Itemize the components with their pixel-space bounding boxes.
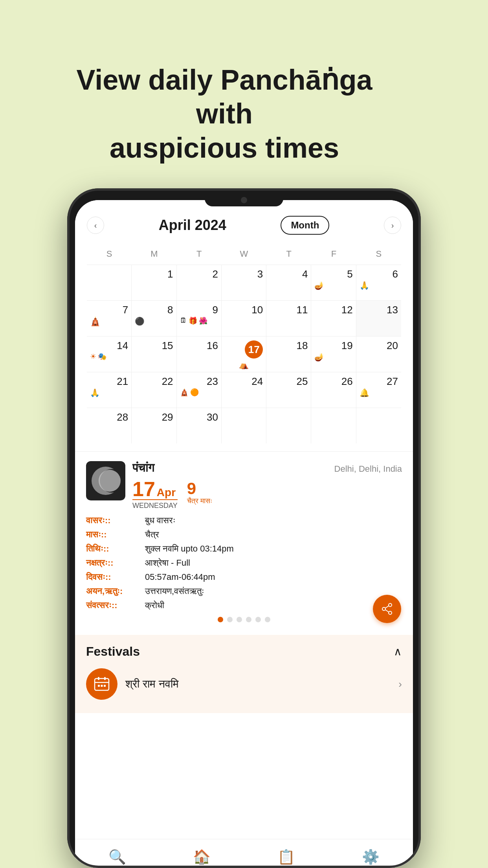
nav-settings[interactable]: ⚙️ — [354, 846, 387, 868]
day-cell-19[interactable]: 19🪔 — [311, 337, 356, 372]
panchang-val-5: उत्तरायण,वसंतऋतुः — [145, 586, 204, 596]
day-cell-30[interactable]: 30 — [177, 408, 222, 443]
day-cell-1[interactable]: 1 — [132, 265, 176, 300]
month-title: April 2024 — [159, 217, 226, 234]
day-cell-28[interactable]: 28 — [87, 408, 132, 443]
share-button[interactable] — [373, 595, 401, 623]
panchang-row-6: संवत्सरः:: क्रोधी — [86, 600, 402, 611]
day-cell-20[interactable]: 20 — [356, 337, 401, 372]
panchang-key-2: तिथिः:: — [86, 544, 141, 554]
nav-list[interactable]: 📋 — [270, 846, 303, 868]
panchang-date-block: 17 Apr WEDNESDAY — [132, 479, 178, 510]
day-cell-10[interactable]: 10 — [222, 301, 266, 336]
week-row-4: 21🙏 22 23🛕🟠 24 25 26 27🔔 — [87, 372, 401, 408]
day-cell-23[interactable]: 23🛕🟠 — [177, 372, 222, 408]
day-cell-3[interactable]: 3 — [222, 265, 266, 300]
month-toggle-button[interactable]: Month — [281, 216, 329, 235]
day17-icon1: ⛺ — [239, 360, 249, 370]
day14-icon2: 🎭 — [98, 352, 106, 361]
day-cell-empty5: 0 — [356, 408, 401, 443]
calendar-container: ‹ April 2024 Month › S M T W T F S — [75, 200, 413, 451]
panchang-row-4: दिवसः:: 05:57am-06:44pm — [86, 572, 402, 582]
day-cell-5[interactable]: 5🪔 — [311, 265, 356, 300]
festival-calendar-icon — [86, 668, 117, 700]
festivals-section: Festivals ∧ श्री राम नवमि › — [75, 635, 413, 713]
panchang-key-5: अयन,ऋतुः: — [86, 586, 141, 596]
day-cell-4[interactable]: 4 — [266, 265, 311, 300]
next-month-button[interactable]: › — [384, 217, 401, 234]
settings-icon: ⚙️ — [362, 849, 380, 865]
svg-point-4 — [389, 603, 392, 607]
day-cell-12[interactable]: 12 — [311, 301, 356, 336]
panchang-row-1: मासः:: चैत्र — [86, 530, 402, 540]
panchang-rows: वासरः:: बुध वासरः मासः:: चैत्र तिथिः:: श… — [86, 515, 402, 611]
phone-screen: ‹ April 2024 Month › S M T W T F S — [75, 200, 413, 868]
prev-month-button[interactable]: ‹ — [87, 217, 104, 234]
calendar-header: ‹ April 2024 Month › — [87, 216, 401, 235]
calendar-weeks: 0 1 2 3 4 5🪔 6🙏 7🛕 8⚫ 9🗓🎁🌺 10 — [87, 265, 401, 443]
festival-item-0[interactable]: श्री राम नवमि › — [86, 668, 402, 704]
camera — [241, 197, 247, 203]
panchang-date-number: 17 — [132, 479, 155, 499]
day-cell-25[interactable]: 25 — [266, 372, 311, 408]
panchang-val-2: शुक्ल नवमि upto 03:14pm — [145, 544, 234, 554]
day-cell-14[interactable]: 14☀🎭 — [87, 337, 132, 372]
panchang-row-2: तिथिः:: शुक्ल नवमि upto 03:14pm — [86, 544, 402, 554]
dots-indicator — [86, 617, 402, 625]
calendar-grid: S M T W T F S 0 1 2 3 4 5🪔 — [87, 246, 401, 443]
day-cell-2[interactable]: 2 — [177, 265, 222, 300]
phone-frame: ‹ April 2024 Month › S M T W T F S — [67, 188, 421, 868]
festival-name-0: श्री राम नवमि — [125, 678, 391, 691]
week-row-1: 0 1 2 3 4 5🪔 6🙏 — [87, 265, 401, 300]
day-cell-26[interactable]: 26 — [311, 372, 356, 408]
panchang-val-1: चैत्र — [145, 530, 159, 540]
panchang-row-0: वासरः:: बुध वासरः — [86, 515, 402, 526]
svg-rect-11 — [98, 677, 99, 680]
week-row-5: 28 29 30 0 0 0 0 — [87, 408, 401, 443]
day-cell-8[interactable]: 8⚫ — [132, 301, 176, 336]
day-cell-empty1[interactable]: 0 — [87, 265, 132, 300]
festivals-title: Festivals — [86, 644, 140, 659]
page-title: View daily Panchāṅga withauspicious time… — [48, 63, 401, 165]
panchang-val-0: बुध वासरः — [145, 515, 176, 526]
day-cell-17[interactable]: 17⛺ — [222, 337, 266, 372]
day-header-w: W — [222, 246, 266, 261]
day-cell-29[interactable]: 29 — [132, 408, 176, 443]
day-cell-9[interactable]: 9🗓🎁🌺 — [177, 301, 222, 336]
day-cell-7[interactable]: 7🛕 — [87, 301, 132, 336]
svg-point-3 — [99, 470, 121, 492]
list-icon: 📋 — [277, 849, 295, 865]
day-cell-16[interactable]: 16 — [177, 337, 222, 372]
day-cell-18[interactable]: 18 — [266, 337, 311, 372]
nav-search[interactable]: 🔍 — [101, 846, 134, 868]
panchang-key-4: दिवसः:: — [86, 572, 141, 582]
day-header-f: F — [311, 246, 356, 261]
svg-rect-15 — [104, 685, 106, 687]
chevron-up-icon[interactable]: ∧ — [394, 645, 402, 658]
day-cell-22[interactable]: 22 — [132, 372, 176, 408]
day-cell-21[interactable]: 21🙏 — [87, 372, 132, 408]
day-cell-15[interactable]: 15 — [132, 337, 176, 372]
dot-3 — [237, 617, 242, 622]
nav-home[interactable]: 🏠 — [185, 846, 218, 868]
panchang-val-4: 05:57am-06:44pm — [145, 572, 215, 582]
day-cell-6[interactable]: 6🙏 — [356, 265, 401, 300]
dot-1 — [218, 617, 223, 622]
day-header-m: M — [132, 246, 176, 261]
panchang-tithi-label: चैत्र मासः — [187, 497, 212, 505]
week-row-3: 14☀🎭 15 16 17⛺ 18 19🪔 20 — [87, 336, 401, 372]
svg-line-8 — [385, 610, 389, 612]
moon-icon — [86, 461, 125, 500]
day-header-t2: T — [266, 246, 311, 261]
day-cell-27[interactable]: 27🔔 — [356, 372, 401, 408]
svg-rect-12 — [104, 677, 106, 680]
panchang-key-6: संवत्सरः:: — [86, 600, 141, 611]
day-cell-24[interactable]: 24 — [222, 372, 266, 408]
festival-arrow-icon: › — [398, 678, 402, 690]
panchang-row-5: अयन,ऋतुः: उत्तरायण,वसंतऋतुः — [86, 586, 402, 596]
day-cell-11[interactable]: 11 — [266, 301, 311, 336]
panchang-key-3: नक्षत्रः:: — [86, 558, 141, 568]
day-cell-13[interactable]: 13 — [356, 301, 401, 336]
page-header: View daily Panchāṅga withauspicious time… — [48, 31, 440, 165]
panchang-tithi-block: 9 चैत्र मासः — [187, 480, 212, 505]
